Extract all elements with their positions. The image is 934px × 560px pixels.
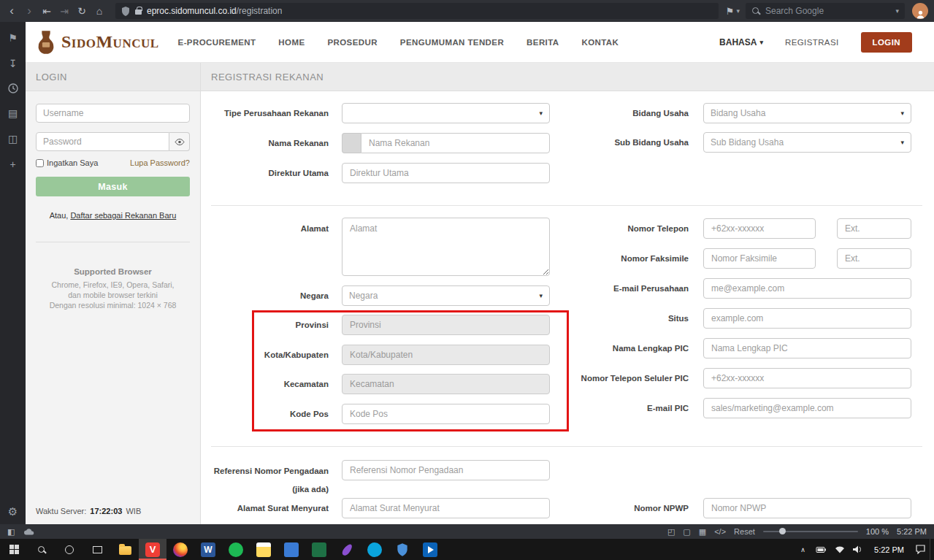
- faksimile-ext-input[interactable]: [837, 248, 911, 269]
- history-panel-icon[interactable]: [8, 83, 18, 93]
- taskbar-app-browser[interactable]: [166, 539, 194, 560]
- nama-rekanan-prefix-addon[interactable]: [342, 133, 361, 153]
- bookmark-control[interactable]: ⚑ ▾: [726, 6, 740, 17]
- task-view-button[interactable]: [83, 539, 111, 560]
- registrasi-link[interactable]: REGISTRASI: [785, 38, 839, 47]
- reload-icon[interactable]: ↻: [73, 0, 91, 22]
- zoom-slider[interactable]: [763, 531, 858, 532]
- taskbar-app-9[interactable]: [388, 539, 416, 560]
- server-time-label: Waktu Server:: [36, 507, 86, 515]
- server-time-zone: WIB: [126, 507, 141, 515]
- nomor-telepon-seluler-pic-input[interactable]: [703, 368, 911, 388]
- zoom-reset-button[interactable]: Reset: [734, 527, 755, 536]
- language-menu[interactable]: BAHASA ▾: [719, 37, 763, 47]
- eye-icon: [175, 139, 185, 145]
- situs-input[interactable]: [703, 308, 911, 329]
- add-web-panel-icon[interactable]: +: [9, 158, 15, 170]
- nama-lengkap-pic-input[interactable]: [703, 338, 911, 358]
- bookmark-caret-icon[interactable]: ▾: [736, 7, 740, 15]
- taskbar-app-spotify[interactable]: [222, 539, 250, 560]
- taskbar-clock[interactable]: 5:22 PM: [867, 545, 911, 554]
- zoom-level: 100 %: [866, 527, 889, 536]
- downloads-panel-icon[interactable]: ↧: [9, 58, 18, 69]
- start-button[interactable]: [0, 539, 28, 560]
- nav-item-pengumuman-tender[interactable]: PENGUMUMAN TENDER: [400, 38, 504, 47]
- tray-overflow-button[interactable]: ∧: [794, 539, 812, 560]
- register-new-vendor-link[interactable]: Daftar sebagai Rekanan Baru: [70, 211, 176, 220]
- taskbar-app-7[interactable]: [333, 539, 361, 560]
- page-actions-code-icon[interactable]: </>: [714, 527, 726, 536]
- negara-select[interactable]: Negara ▾: [342, 285, 550, 306]
- toggle-password-visibility-button[interactable]: [169, 132, 190, 151]
- home-icon[interactable]: ⌂: [91, 0, 108, 22]
- username-input[interactable]: [36, 104, 190, 123]
- bookmark-flag-icon[interactable]: ⚑: [726, 6, 735, 17]
- search-engine-caret-icon[interactable]: ▾: [895, 7, 899, 15]
- windows-panel-icon[interactable]: ◫: [8, 133, 18, 145]
- password-group: [36, 132, 190, 151]
- nav-item-kontak[interactable]: KONTAK: [581, 38, 619, 47]
- kode-pos-input[interactable]: [342, 404, 550, 424]
- taskbar-app-8[interactable]: [361, 539, 388, 560]
- back-icon[interactable]: ‹: [3, 0, 20, 22]
- nav-item-prosedur[interactable]: PROSEDUR: [327, 38, 377, 47]
- sync-cloud-icon[interactable]: [23, 528, 35, 535]
- forward-icon[interactable]: ›: [20, 0, 38, 22]
- action-center-button[interactable]: [911, 539, 930, 560]
- address-bar[interactable]: eproc.sidomuncul.co.id/registration: [115, 3, 719, 19]
- taskbar-app-4[interactable]: [250, 539, 277, 560]
- forgot-password-link[interactable]: Lupa Password?: [130, 158, 190, 167]
- panel-toggle-icon[interactable]: ◧: [7, 527, 15, 537]
- settings-gear-icon[interactable]: ⚙: [8, 505, 18, 518]
- sidomuncul-logo[interactable]: SidoMuncul: [36, 30, 159, 55]
- taskbar-app-5[interactable]: [277, 539, 305, 560]
- email-pic-input[interactable]: [703, 398, 911, 418]
- nav-item-berita[interactable]: BERITA: [527, 38, 559, 47]
- taskbar-app-6[interactable]: [305, 539, 333, 560]
- tile-windows-icon[interactable]: ▢: [683, 527, 690, 537]
- taskbar-app-vivaldi[interactable]: V: [139, 539, 166, 560]
- profile-avatar[interactable]: [912, 3, 928, 19]
- fast-forward-icon[interactable]: ⇥: [55, 0, 73, 22]
- direktur-utama-input[interactable]: [342, 163, 550, 183]
- notes-panel-icon[interactable]: ▤: [8, 107, 18, 119]
- capture-page-icon[interactable]: ◰: [667, 527, 675, 537]
- email-perusahaan-input[interactable]: [703, 278, 911, 299]
- password-input[interactable]: [36, 132, 169, 151]
- file-explorer-button[interactable]: [111, 539, 139, 560]
- alamat-textarea[interactable]: [342, 218, 550, 276]
- chevron-down-icon: ▾: [900, 139, 904, 146]
- negara-label: Negara: [208, 291, 329, 301]
- rewind-icon[interactable]: ⇤: [38, 0, 55, 22]
- taskbar-app-10[interactable]: [416, 539, 444, 560]
- show-desktop-button[interactable]: [930, 539, 934, 560]
- zoom-slider-knob[interactable]: [779, 528, 786, 534]
- masuk-submit-button[interactable]: Masuk: [36, 177, 190, 196]
- tray-network[interactable]: [830, 539, 849, 560]
- bidang-usaha-select[interactable]: Bidang Usaha ▾: [703, 103, 911, 123]
- nav-item-eprocurement[interactable]: E-PROCUREMENT: [178, 38, 256, 47]
- tipe-perusahaan-select[interactable]: ▾: [342, 103, 550, 123]
- taskbar-search-button[interactable]: [28, 539, 55, 560]
- login-button[interactable]: LOGIN: [861, 32, 912, 53]
- cortana-button[interactable]: [55, 539, 83, 560]
- nomor-faksimile-input[interactable]: [703, 248, 816, 269]
- bookmarks-panel-icon[interactable]: ⚑: [8, 32, 18, 44]
- alamat-surat-menyurat-input[interactable]: [342, 498, 550, 518]
- sub-bidang-usaha-select[interactable]: Sub Bidang Usaha ▾: [703, 132, 911, 153]
- form-row-kodepos: Kode Pos: [208, 404, 557, 424]
- referensi-nomor-pengadaan-input[interactable]: [342, 460, 550, 480]
- remember-me-checkbox[interactable]: [36, 159, 44, 167]
- nama-rekanan-input[interactable]: [361, 133, 550, 153]
- nav-item-home[interactable]: HOME: [278, 38, 305, 47]
- tray-volume[interactable]: [849, 539, 867, 560]
- negara-select-placeholder: Negara: [349, 291, 378, 301]
- nomor-telepon-input[interactable]: [703, 218, 816, 239]
- shield-icon[interactable]: [121, 7, 130, 16]
- tray-battery[interactable]: [812, 539, 830, 560]
- browser-search-field[interactable]: Search Google ▾: [746, 3, 905, 19]
- telepon-ext-input[interactable]: [837, 218, 911, 239]
- nomor-npwp-input[interactable]: [703, 498, 911, 518]
- taskbar-app-word[interactable]: W: [194, 539, 222, 560]
- toggle-images-icon[interactable]: ▦: [699, 527, 706, 537]
